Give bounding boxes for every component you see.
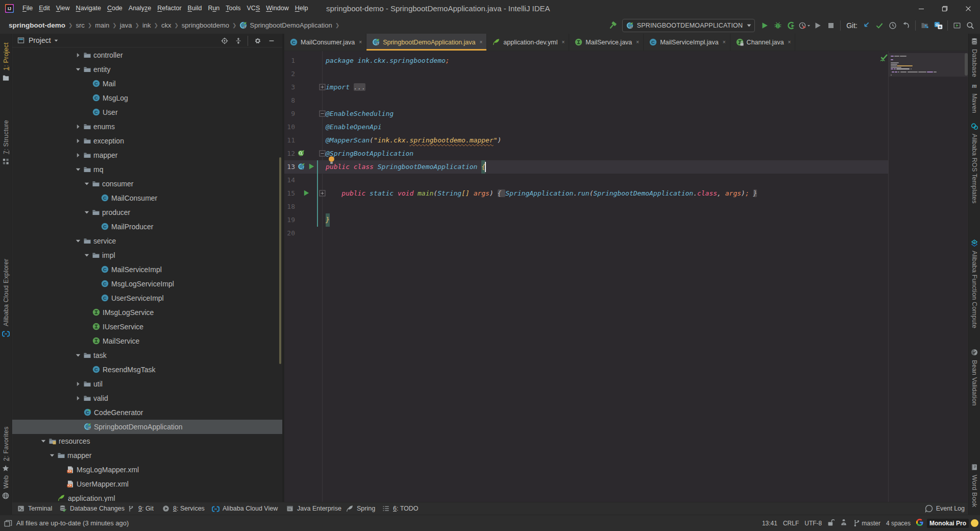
- tree-expand-arrow-right[interactable]: [76, 138, 81, 143]
- tree-row-usermapper-xml[interactable]: <>UserMapper.xml: [12, 477, 282, 491]
- tree-expand-arrow-down[interactable]: [76, 67, 81, 72]
- tree-row-service[interactable]: service: [12, 234, 282, 248]
- tree-row-mail[interactable]: CMail: [12, 77, 282, 91]
- tree-expand-arrow-down[interactable]: [76, 167, 81, 172]
- tree-row-impl[interactable]: impl: [12, 248, 282, 262]
- play-icon[interactable]: [308, 163, 315, 171]
- stripe-button-1-project[interactable]: 1: Project: [0, 40, 12, 84]
- stripe-button-2-favorites[interactable]: 2: Favorites: [0, 424, 12, 475]
- run-gray-button[interactable]: [811, 19, 824, 32]
- toolbar-database-changes[interactable]: Database Changes: [59, 505, 125, 513]
- screencast-button[interactable]: [950, 19, 964, 32]
- menu-edit[interactable]: Edit: [36, 0, 53, 17]
- tab-channel-java[interactable]: Channel.java×: [730, 34, 796, 51]
- intention-bulb-icon[interactable]: [328, 156, 335, 164]
- menu-refactor[interactable]: Refactor: [154, 0, 184, 17]
- tree-expand-arrow-down[interactable]: [84, 181, 89, 186]
- tree-expand-arrow-right[interactable]: [76, 53, 81, 58]
- lock-open-icon[interactable]: [827, 519, 835, 528]
- tree-row-userserviceimpl[interactable]: CUserServiceImpl: [12, 291, 282, 305]
- indent-widget[interactable]: 4 spaces: [886, 520, 911, 527]
- maximize-button[interactable]: [933, 0, 957, 17]
- tree-row-springbootdemoapplication[interactable]: SpringbootDemoApplication: [12, 420, 282, 434]
- breadcrumb-item[interactable]: ink: [142, 21, 151, 29]
- tree-row-mapper[interactable]: mapper: [12, 448, 282, 463]
- collapse-all-button[interactable]: [231, 35, 245, 46]
- menu-analyze[interactable]: Analyze: [126, 0, 154, 17]
- tab-close-icon[interactable]: ×: [788, 39, 791, 45]
- tab-close-icon[interactable]: ×: [636, 39, 639, 45]
- highlighting-level-icon[interactable]: [840, 519, 848, 528]
- minimap[interactable]: [889, 51, 968, 502]
- stripe-button-database[interactable]: Database: [969, 35, 980, 80]
- tree-expand-arrow-down[interactable]: [76, 238, 81, 244]
- tab-mailservice-java[interactable]: MailService.java×: [569, 34, 644, 51]
- coverage-button[interactable]: [785, 19, 798, 32]
- inspection-status-icon[interactable]: [879, 53, 889, 63]
- commit-button[interactable]: [873, 19, 886, 32]
- tree-row-consumer[interactable]: consumer: [12, 177, 282, 191]
- breadcrumb-item[interactable]: src: [76, 21, 84, 29]
- breadcrumb-item[interactable]: SpringbootDemoApplication: [250, 21, 332, 29]
- tree-expand-arrow-down[interactable]: [50, 453, 55, 458]
- play-icon[interactable]: [303, 189, 310, 197]
- status-time[interactable]: 13:41: [762, 520, 777, 527]
- minimize-button[interactable]: [910, 0, 933, 17]
- tree-row-exception[interactable]: exception: [12, 134, 282, 148]
- google-g-icon[interactable]: [916, 519, 924, 528]
- color-scheme-widget[interactable]: Monokai Pro: [927, 519, 969, 528]
- tab-close-icon[interactable]: ×: [723, 39, 726, 45]
- tree-row-imsglogservice[interactable]: IMsgLogService: [12, 305, 282, 320]
- locate-button[interactable]: [217, 35, 231, 46]
- debug-button[interactable]: [771, 19, 785, 32]
- tree-row-entity[interactable]: entity: [12, 62, 282, 77]
- menu-view[interactable]: View: [53, 0, 73, 17]
- git-branch-widget[interactable]: master: [853, 519, 880, 527]
- tree-row-task[interactable]: task: [12, 348, 282, 363]
- tree-row-mapper[interactable]: mapper: [12, 148, 282, 162]
- breadcrumb-item[interactable]: main: [95, 21, 109, 29]
- close-button[interactable]: [957, 0, 980, 17]
- springboot-run-icon[interactable]: [298, 163, 305, 171]
- tree-row-resendmsgtask[interactable]: CResendMsgTask: [12, 363, 282, 377]
- tree-row-mailserviceimpl[interactable]: CMailServiceImpl: [12, 262, 282, 277]
- search-everywhere-button[interactable]: [964, 19, 977, 32]
- tab-application-dev-yml[interactable]: application-dev.yml×: [487, 34, 569, 51]
- menu-run[interactable]: Run: [205, 0, 223, 17]
- stripe-button-maven[interactable]: mMaven: [969, 80, 980, 116]
- toolbar-alibaba-cloud-view[interactable]: Alibaba Cloud View: [212, 505, 278, 513]
- tree-row-user[interactable]: CUser: [12, 105, 282, 119]
- tree-row-msglogmapper-xml[interactable]: <>MsgLogMapper.xml: [12, 463, 282, 477]
- breadcrumb-item[interactable]: springbootdemo: [182, 21, 229, 29]
- tree-row-controller[interactable]: controller: [12, 48, 282, 62]
- remote-host-button[interactable]: [918, 19, 932, 32]
- settings-button[interactable]: [251, 35, 264, 46]
- tab-close-icon[interactable]: ×: [480, 39, 483, 45]
- tree-expand-arrow-right[interactable]: [76, 381, 81, 387]
- toolbar-spring[interactable]: Spring: [346, 505, 375, 513]
- menu-help[interactable]: Help: [292, 0, 311, 17]
- fold-collapse-icon[interactable]: [319, 110, 326, 117]
- tree-expand-arrow-down[interactable]: [84, 210, 89, 215]
- tree-row-iuserservice[interactable]: IUserService: [12, 320, 282, 334]
- tree-row-application-yml[interactable]: application.yml: [12, 491, 282, 502]
- stop-button[interactable]: [824, 19, 838, 32]
- tree-expand-arrow-right[interactable]: [76, 124, 81, 129]
- profiler-button[interactable]: [798, 19, 811, 32]
- notification-dot[interactable]: [971, 519, 978, 527]
- toolbar-terminal[interactable]: Terminal: [17, 505, 52, 513]
- run-button[interactable]: [758, 19, 771, 32]
- tree-row-mq[interactable]: mq: [12, 162, 282, 177]
- breadcrumb-item[interactable]: java: [120, 21, 132, 29]
- tree-scrollbar[interactable]: [279, 157, 281, 364]
- fold-expand-icon[interactable]: [319, 190, 326, 197]
- rollback-button[interactable]: [899, 19, 913, 32]
- translate-button[interactable]: Ga: [932, 19, 945, 32]
- breadcrumb-item[interactable]: springboot-demo: [9, 21, 65, 29]
- tree-row-producer[interactable]: producer: [12, 205, 282, 220]
- tree-row-mailconsumer[interactable]: CMailConsumer: [12, 191, 282, 205]
- tab-close-icon[interactable]: ×: [359, 39, 362, 45]
- fold-collapse-icon[interactable]: [319, 150, 326, 157]
- status-encoding[interactable]: UTF-8: [804, 520, 822, 527]
- tab-mailserviceimpl-java[interactable]: CMailServiceImpl.java×: [644, 34, 730, 51]
